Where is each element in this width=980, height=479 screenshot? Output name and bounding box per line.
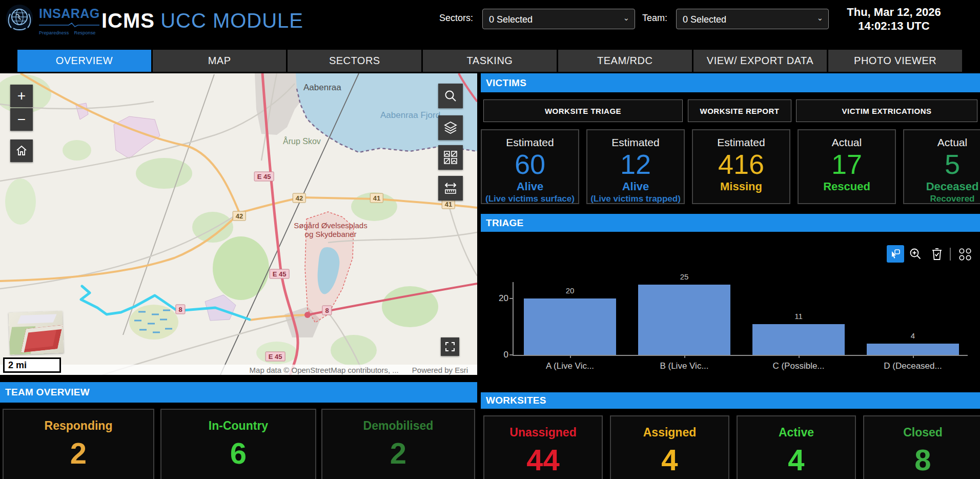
- triage-header: TRIAGE: [481, 214, 980, 232]
- stat-value: 5: [904, 150, 980, 178]
- victims-card-est-missing: Estimated 416 Missing: [692, 129, 790, 204]
- tab-view-export-data[interactable]: VIEW/ EXPORT DATA: [693, 50, 827, 72]
- x-tick-mark: [799, 355, 800, 358]
- bar-value-label: 25: [638, 272, 730, 281]
- team-demobilised-label: Demobilised: [322, 419, 474, 433]
- tab-overview[interactable]: OVERVIEW: [17, 50, 151, 72]
- worksites-closed-label: Closed: [864, 426, 980, 440]
- y-tick-label: 0: [491, 350, 508, 360]
- plus-icon: +: [17, 88, 26, 104]
- map-basemap-gallery-button[interactable]: [438, 145, 463, 170]
- map-attribution: Map data © OpenStreetMap contributors, .…: [0, 365, 477, 375]
- clock-time: 14:02:13 UTC: [833, 19, 954, 33]
- layers-icon: [443, 121, 458, 135]
- map-fullscreen-button[interactable]: [441, 337, 459, 356]
- x-axis-category-label: B (Live Vic...: [628, 361, 741, 371]
- title-ucc-module: UCC MODULE: [160, 9, 303, 32]
- worksites-title: WORKSITES: [486, 395, 546, 406]
- map-inset-preview[interactable]: [9, 311, 64, 355]
- tab-photo-viewer[interactable]: PHOTO VIEWER: [828, 50, 962, 72]
- team-card-in-country: In-Country 6: [160, 409, 316, 479]
- stat-sub2-clipped: Recovered: [904, 194, 980, 204]
- utc-clock: Thu, Mar 12, 2026 14:02:13 UTC: [833, 5, 954, 33]
- stat-sub2-clipped: (Live victims surface): [482, 194, 578, 204]
- stat-top-label: Actual: [799, 136, 895, 149]
- clock-date: Thu, Mar 12, 2026: [833, 5, 954, 19]
- worksites-assigned-label: Assigned: [611, 426, 728, 440]
- team-label: Team:: [642, 13, 667, 24]
- worksites-assigned-value: 4: [611, 445, 728, 475]
- tab-team-rdc[interactable]: TEAM/RDC: [558, 50, 692, 72]
- team-responding-value: 2: [4, 438, 153, 469]
- triage-title: TRIAGE: [486, 217, 524, 229]
- insarag-name: INSARAG: [39, 7, 106, 20]
- worksites-closed-value: 8: [864, 445, 980, 475]
- scale-label: 2 mi: [8, 360, 27, 370]
- stat-top-label: Estimated: [693, 136, 789, 149]
- stat-top-label: Estimated: [482, 136, 578, 149]
- sectors-select-value: 0 Selected: [489, 14, 533, 25]
- insarag-wordmark: INSARAG Preparedness Response: [39, 7, 106, 35]
- worksites-card-active: Active 4: [737, 415, 856, 479]
- chevron-down-icon: ⌄: [623, 8, 629, 28]
- stat-value: 60: [482, 150, 578, 178]
- map-home-button[interactable]: [10, 139, 33, 162]
- victims-title: VICTIMS: [486, 77, 526, 89]
- map-zoom-in-button[interactable]: +: [10, 85, 33, 107]
- victim-extrications-button[interactable]: VICTIM EXTRICATIONS: [796, 99, 977, 122]
- worksites-active-label: Active: [738, 426, 855, 440]
- worksites-card-closed: Closed 8: [863, 415, 980, 479]
- main-nav-tabs: OVERVIEW MAP SECTORS TASKING TEAM/RDC VI…: [17, 50, 962, 72]
- stat-sub-label: Alive: [482, 181, 578, 193]
- team-select[interactable]: 0 Selected ⌄: [676, 9, 829, 29]
- y-tick-mark: [509, 298, 514, 299]
- bar-value-label: 4: [867, 331, 959, 340]
- stat-sub-label: Missing: [693, 181, 789, 193]
- sectors-select[interactable]: 0 Selected ⌄: [482, 9, 635, 29]
- team-select-value: 0 Selected: [683, 14, 726, 25]
- worksites-header: WORKSITES: [481, 392, 980, 409]
- title-icms: ICMS: [101, 9, 155, 32]
- worksites-active-value: 4: [738, 445, 855, 475]
- team-card-demobilised: Demobilised 2: [321, 409, 475, 479]
- y-tick-label: 20: [491, 293, 508, 304]
- home-icon: [15, 145, 28, 157]
- map-canvas[interactable]: [0, 73, 477, 375]
- worksites-card-assigned: Assigned 4: [610, 415, 729, 479]
- triage-bar-chart[interactable]: 02020A (Live Vic...25B (Live Vic...11C (…: [481, 256, 980, 377]
- victims-card-est-alive-2: Estimated 12 Alive (Live victims trapped…: [586, 129, 685, 204]
- search-icon: [444, 89, 457, 103]
- powered-by-esri: Powered by Esri: [412, 366, 468, 374]
- victims-card-est-alive-1: Estimated 60 Alive (Live victims surface…: [481, 129, 579, 204]
- team-in-country-value: 6: [161, 438, 315, 469]
- app-header: INSARAG Preparedness Response ICMS UCC M…: [0, 0, 980, 49]
- stat-top-label: Estimated: [587, 136, 684, 149]
- bar-value-label: 20: [524, 286, 616, 295]
- map-zoom-out-button[interactable]: −: [10, 108, 33, 131]
- page-title: ICMS UCC MODULE: [101, 7, 303, 34]
- y-tick-mark: [509, 354, 514, 355]
- map-layers-button[interactable]: [438, 115, 463, 140]
- worksite-report-button[interactable]: WORKSITE REPORT: [688, 99, 791, 122]
- tab-map[interactable]: MAP: [153, 50, 287, 72]
- tab-tasking[interactable]: TASKING: [423, 50, 557, 72]
- map-panel: Aabenraa Aabenraa Fjord Årup Skov Søgård…: [0, 73, 477, 375]
- team-in-country-label: In-Country: [161, 419, 315, 433]
- map-search-button[interactable]: [438, 84, 463, 108]
- team-demobilised-value: 2: [322, 438, 474, 469]
- triage-bar[interactable]: [638, 285, 730, 355]
- sectors-label: Sectors:: [439, 13, 473, 24]
- triage-bar[interactable]: [752, 324, 845, 355]
- stat-sub-label: Alive: [587, 181, 684, 193]
- triage-bar[interactable]: [867, 344, 959, 355]
- triage-bar[interactable]: [524, 298, 616, 355]
- bar-value-label: 11: [752, 312, 845, 321]
- tab-sectors[interactable]: SECTORS: [288, 50, 421, 72]
- measure-icon: [443, 181, 458, 195]
- stat-top-label: Actual: [904, 136, 980, 149]
- worksite-triage-button[interactable]: WORKSITE TRIAGE: [483, 99, 683, 122]
- worksites-card-unassigned: Unassigned 44: [483, 415, 603, 479]
- icms-ucc-dashboard: INSARAG Preparedness Response ICMS UCC M…: [0, 0, 980, 479]
- map-scale-bar: 2 mi: [3, 357, 61, 373]
- map-measure-button[interactable]: [438, 176, 463, 201]
